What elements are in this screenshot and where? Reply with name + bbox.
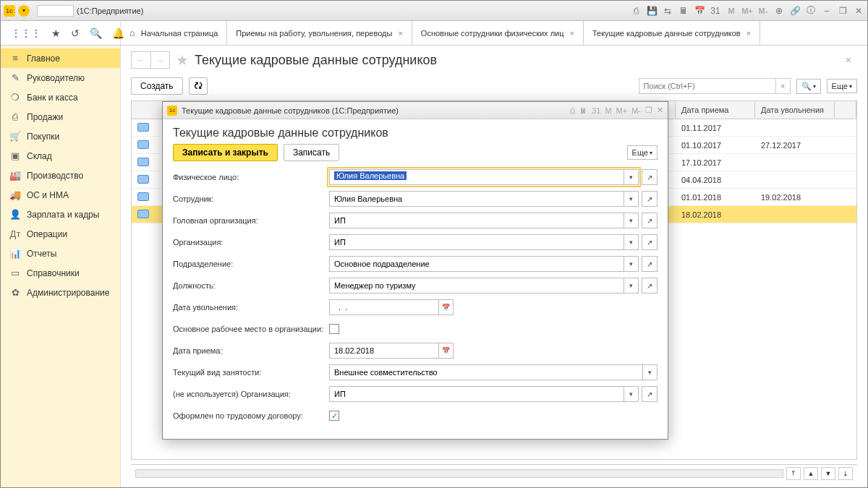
dialog-print-icon[interactable]: ⎙ bbox=[570, 106, 575, 115]
sidebar-item-admin[interactable]: ✿Администрирование bbox=[1, 283, 120, 302]
minimize-icon[interactable]: – bbox=[821, 5, 833, 17]
col-fire[interactable]: Дата увольнения bbox=[755, 101, 835, 119]
refresh-button[interactable]: 🗘 bbox=[189, 77, 208, 95]
page-close-icon[interactable]: × bbox=[846, 54, 851, 66]
sidebar-item-warehouse[interactable]: ▣Склад bbox=[1, 146, 120, 166]
headorg-open-icon[interactable]: ↗ bbox=[642, 213, 658, 228]
dropdown-icon[interactable]: ▾ bbox=[624, 170, 638, 184]
scroll-down-icon[interactable]: ▼ bbox=[821, 467, 835, 480]
search-clear-icon[interactable]: × bbox=[775, 79, 790, 93]
dropdown-icon[interactable]: ▾ bbox=[624, 213, 638, 228]
unused-input[interactable] bbox=[330, 387, 624, 401]
search-input[interactable] bbox=[639, 79, 775, 93]
create-button[interactable]: Создать bbox=[131, 77, 183, 95]
sidebar-item-bank[interactable]: ❍Банк и касса bbox=[1, 87, 120, 107]
hire-field[interactable]: 📅 bbox=[329, 343, 454, 359]
dialog-mminus-icon[interactable]: M- bbox=[631, 106, 641, 115]
sidebar-item-catalogs[interactable]: ▭Справочники bbox=[1, 263, 120, 283]
dept-open-icon[interactable]: ↗ bbox=[642, 256, 658, 272]
dialog-titlebar[interactable]: 1c Текущие кадровые данные сотрудников (… bbox=[163, 102, 668, 119]
dialog-mplus-icon[interactable]: M+ bbox=[616, 106, 628, 115]
save-close-button[interactable]: Записать и закрыть bbox=[173, 144, 278, 161]
org-open-icon[interactable]: ↗ bbox=[642, 234, 658, 250]
favorite-icon[interactable]: ★ bbox=[176, 51, 189, 69]
history-icon[interactable]: ↺ bbox=[71, 27, 80, 39]
tab-close-icon[interactable]: × bbox=[746, 29, 751, 38]
pos-field[interactable]: ▾ bbox=[329, 278, 639, 294]
scroll-up-icon[interactable]: ▲ bbox=[804, 467, 818, 480]
col-extra[interactable] bbox=[835, 101, 856, 119]
h-scrollbar[interactable] bbox=[135, 469, 783, 478]
mainplace-checkbox[interactable] bbox=[329, 324, 339, 334]
search-icon[interactable]: 🔍 bbox=[90, 27, 102, 39]
dept-field[interactable]: ▾ bbox=[329, 256, 639, 272]
save-button[interactable]: Записать bbox=[284, 144, 339, 161]
calendar-icon[interactable]: 📅 bbox=[438, 343, 453, 358]
dialog-m-icon[interactable]: M bbox=[605, 106, 611, 115]
nav-back-icon[interactable]: ← bbox=[132, 52, 150, 68]
firedate-field[interactable]: 📅 bbox=[329, 299, 454, 315]
sidebar-item-main[interactable]: ≡Главное bbox=[1, 48, 120, 68]
pos-open-icon[interactable]: ↗ bbox=[642, 278, 658, 294]
unused-field[interactable]: ▾ bbox=[329, 386, 639, 402]
zoom-icon[interactable]: ⊕ bbox=[773, 5, 785, 17]
col-hire[interactable]: Дата приема bbox=[676, 101, 755, 119]
tab-close-icon[interactable]: × bbox=[570, 29, 574, 38]
sidebar-item-operations[interactable]: ДтОперации bbox=[1, 224, 120, 244]
more-button[interactable]: Еще ▾ bbox=[827, 79, 857, 93]
print-icon[interactable]: ⎙ bbox=[630, 5, 642, 17]
dialog-more-button[interactable]: Еще ▾ bbox=[627, 145, 658, 160]
info-icon[interactable]: ⓘ bbox=[805, 5, 817, 17]
person-open-icon[interactable]: ↗ bbox=[642, 169, 658, 185]
org-field[interactable]: ▾ bbox=[329, 234, 639, 250]
emptype-input[interactable] bbox=[330, 365, 642, 380]
headorg-input[interactable] bbox=[330, 213, 624, 228]
org-input[interactable] bbox=[330, 235, 624, 249]
compare-icon[interactable]: ⇆ bbox=[662, 5, 673, 17]
save-icon[interactable]: 💾 bbox=[646, 5, 658, 17]
date-icon[interactable]: 31 bbox=[710, 5, 721, 17]
calendar-icon[interactable]: 📅 bbox=[438, 300, 453, 314]
employee-open-icon[interactable]: ↗ bbox=[642, 191, 658, 207]
scroll-top-icon[interactable]: ⤒ bbox=[786, 467, 801, 480]
m-plus-icon[interactable]: M+ bbox=[741, 5, 753, 17]
dept-input[interactable] bbox=[330, 257, 624, 271]
calc-icon[interactable]: 🖩 bbox=[678, 5, 689, 17]
close-icon[interactable]: ✕ bbox=[853, 5, 864, 17]
sidebar-item-production[interactable]: 🏭Производство bbox=[1, 166, 120, 185]
nav-forward-icon[interactable]: → bbox=[150, 52, 169, 68]
employee-field[interactable]: ▾ bbox=[329, 191, 639, 207]
tab-current-data[interactable]: Текущие кадровые данные сотрудников× bbox=[584, 21, 760, 45]
emptype-field[interactable]: ▾ bbox=[329, 364, 658, 380]
m-minus-icon[interactable]: M- bbox=[757, 5, 769, 17]
sidebar-item-manager[interactable]: ✎Руководителю bbox=[1, 68, 120, 87]
star-icon[interactable]: ★ bbox=[51, 27, 61, 39]
scroll-bottom-icon[interactable]: ⤓ bbox=[838, 467, 853, 480]
hire-input[interactable] bbox=[330, 343, 438, 358]
tab-hires[interactable]: Приемы на работу, увольнения, переводы× bbox=[227, 21, 412, 45]
dialog-calc-icon[interactable]: 🖩 bbox=[579, 106, 587, 115]
tab-close-icon[interactable]: × bbox=[398, 29, 402, 38]
dropdown-icon[interactable]: ▾ bbox=[624, 235, 638, 249]
dialog-restore-icon[interactable]: ❐ bbox=[645, 106, 652, 115]
headorg-field[interactable]: ▾ bbox=[329, 213, 639, 228]
contract-checkbox[interactable]: ✓ bbox=[329, 411, 339, 421]
dialog-date-icon[interactable]: 31 bbox=[592, 106, 600, 115]
dropdown-icon[interactable]: ▾ bbox=[624, 387, 638, 401]
tab-main-employees[interactable]: Основные сотрудники физических лиц× bbox=[412, 21, 584, 45]
firedate-input[interactable] bbox=[330, 300, 438, 314]
unused-open-icon[interactable]: ↗ bbox=[642, 386, 658, 402]
tab-home[interactable]: ⌂Начальная страница bbox=[121, 21, 227, 45]
calendar-icon[interactable]: 📅 bbox=[694, 5, 705, 17]
titlebar-dropdown-icon[interactable]: ▾ bbox=[18, 5, 30, 17]
maximize-icon[interactable]: ❐ bbox=[837, 5, 848, 17]
dropdown-icon[interactable]: ▾ bbox=[642, 365, 657, 380]
employee-input[interactable] bbox=[330, 192, 624, 206]
apps-icon[interactable]: ⋮⋮⋮ bbox=[11, 27, 41, 39]
sidebar-item-hr[interactable]: 👤Зарплата и кадры bbox=[1, 205, 120, 224]
pos-input[interactable] bbox=[330, 278, 624, 293]
person-field[interactable]: Юлия Валерьевна▾ bbox=[329, 169, 639, 185]
link-icon[interactable]: 🔗 bbox=[789, 5, 801, 17]
search-button[interactable]: 🔍 ▾ bbox=[796, 79, 821, 94]
m-icon[interactable]: M bbox=[726, 5, 737, 17]
